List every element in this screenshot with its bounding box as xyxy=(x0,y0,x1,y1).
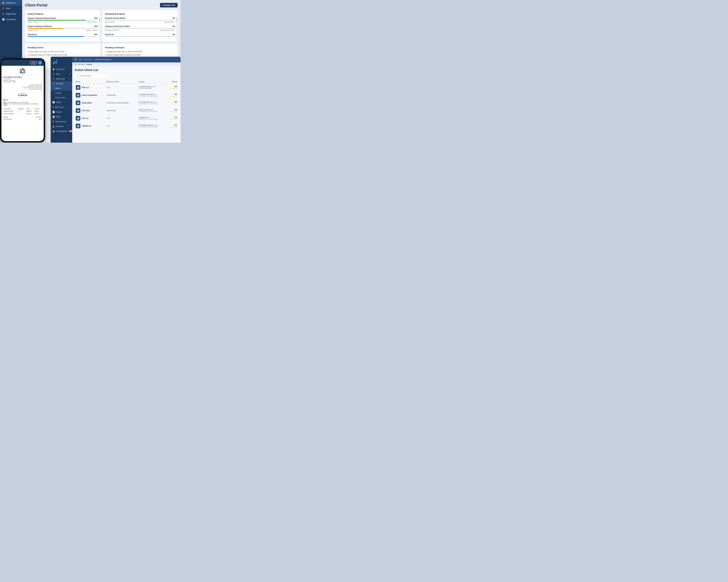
breadcrumb-home-icon: 🏠 xyxy=(75,63,77,65)
search-input[interactable] xyxy=(80,75,104,77)
overlay-sidebar-bulkemail[interactable]: ✉ Bulk Email ▾ xyxy=(51,105,72,110)
overlay-sidebar: 🏠 Dashboard 💼 Work ▾ 👤 Bright Desk ▾ 👥 M… xyxy=(51,57,72,143)
contact-email: alfa@mailinator.com xyxy=(139,109,164,111)
desktop-sidebar: 🏠 Dashboard 💼 Work ▾ 👤 Bright Desk ▾ 📄 D… xyxy=(0,0,22,61)
col-description: Description xyxy=(3,108,18,110)
table-row[interactable]: 🏢 Roy LLC LLC pinaki@mudrantar.com +1-71… xyxy=(75,84,178,91)
overlay-sidebar-hrms[interactable]: 📊 HRMS xyxy=(51,100,72,105)
svg-rect-8 xyxy=(53,62,54,63)
rating-value: 5.0 xyxy=(175,124,177,126)
business-entity: LLC xyxy=(106,122,137,130)
business-entity: LLC xyxy=(106,114,137,122)
knowledgebot-icon: 🤖 xyxy=(52,130,55,132)
overlay-sidebar-dashboard[interactable]: 🏠 Dashboard xyxy=(51,67,72,72)
sidebar-item-work[interactable]: 💼 Work ▾ xyxy=(0,5,22,11)
breadcrumb-myclient[interactable]: My Client xyxy=(78,63,85,65)
phone-content: John DOE® Corporation, 17 W 18th St,New … xyxy=(1,66,44,141)
overlay-panel: 🏠 Dashboard 💼 Work ▾ 👤 Bright Desk ▾ 👥 M… xyxy=(51,57,181,143)
overlay-sidebar-reports[interactable]: 📈 Reports xyxy=(51,110,72,114)
table-row[interactable]: 🏢 ABCDE Inc LLC abcdefgh@mailinator.com … xyxy=(75,122,178,130)
svg-point-6 xyxy=(22,70,23,72)
sidebar-item-dashboard[interactable]: 🏠 Dashboard xyxy=(0,0,22,5)
overlay-sidebar-administration[interactable]: ⚙ Administration xyxy=(51,119,72,124)
project-pct: 83% xyxy=(94,17,98,19)
rating-stars: ★★★★★ xyxy=(170,111,177,113)
contact-email: pinaki@mudrantar.com xyxy=(139,86,164,87)
project-pct: 0% xyxy=(173,33,175,35)
client-avatar: 🏢 xyxy=(76,85,80,90)
client-name: Roy LLC xyxy=(82,86,89,88)
project-pct: 80% xyxy=(94,33,98,35)
pending-form-item: 1. Client Intake Form- Apr 12, 2024 15:1… xyxy=(28,51,98,53)
home-icon: 🏠 xyxy=(2,1,5,4)
phone-mockup: Pay ⬇ John DOE® Corporation, 17 xyxy=(0,58,45,143)
pending-contract-item: 1. Engagement Letter- Apr 12, 2024 15:14… xyxy=(105,51,175,53)
rating-stars: ★★★★★ xyxy=(170,118,177,120)
sidebar-item-documents[interactable]: 📄 Documents xyxy=(0,17,22,22)
project-item: Payroll tax: 80% xyxy=(28,33,98,37)
overlay-logo xyxy=(51,57,72,67)
home-icon: 🏠 xyxy=(52,68,55,70)
overlay-main: ☰ 5.0 ★★★★★ 168 Client Review(s) 🏠 › My … xyxy=(72,57,181,143)
amount-due-value: $1,000.00 xyxy=(4,94,41,96)
invoice-table: Description Quantity Price Amount Prepar… xyxy=(3,108,42,115)
rating-value: 5.0 xyxy=(175,86,177,88)
table-row[interactable]: 🏢 Lotus Corporation Partnership Lotus@pa… xyxy=(75,91,178,99)
project-end-date: November 26, 2023 ⓘ xyxy=(160,29,175,31)
breadcrumb-clients: Clients xyxy=(87,63,92,65)
page-title: Client Portal xyxy=(25,3,47,7)
main-header: Client Portal Schedule Call xyxy=(25,3,178,7)
client-avatar: 🏢 xyxy=(76,116,80,121)
project-name: Payroll tax: xyxy=(105,33,114,35)
rating-stars: ★★★★★ xyxy=(170,95,177,97)
project-name: Employee Performance Matrix xyxy=(105,25,130,27)
pay-button[interactable]: Pay xyxy=(30,61,37,64)
search-bar[interactable]: 🔍 xyxy=(75,74,107,78)
pending-contracts-title: Pending Contracts xyxy=(105,46,175,49)
overlay-sidebar-contacts[interactable]: Contacts xyxy=(51,91,72,95)
business-entity: Partnership xyxy=(106,107,137,114)
review-count: 168 Client Review(s) xyxy=(95,59,111,61)
table-row: Preparing Plead 1 $500.00 $500.00 xyxy=(3,110,42,112)
project-start-date: July 25, 2023 ⓘ xyxy=(28,29,38,31)
hrms-icon: 📊 xyxy=(52,101,55,104)
overlay-sidebar-clientgroups[interactable]: Client Groups xyxy=(51,95,72,100)
project-item: Quarterly Review Report 0% May 12, 2024 … xyxy=(105,17,175,23)
pending-form-item: 2. Employee Detail Form- Mar 12, 2024 15… xyxy=(28,54,98,56)
client-name: ABCDE Inc xyxy=(82,125,91,127)
sidebar-item-brightdesk[interactable]: 👤 Bright Desk ▾ xyxy=(0,11,22,17)
project-item: Prepare Employee Handbook 50% July 25, 2… xyxy=(28,25,98,31)
project-name: Prepare Employee Handbook xyxy=(28,25,52,27)
rating-stars: ★★★★★ xyxy=(170,126,177,128)
schedule-call-button[interactable]: Schedule Call xyxy=(160,3,178,7)
table-row[interactable]: 🏢 Alfa Corp Partnership alfa@mailinator.… xyxy=(75,107,178,114)
overlay-sidebar-clients[interactable]: Clients xyxy=(51,86,72,91)
chevron-down-icon: ▾ xyxy=(19,13,20,15)
project-item: Employee Performance Matrix 0% November … xyxy=(105,25,175,31)
business-entity: Partnership xyxy=(106,91,137,99)
amount-due-box: Amount Due: $1,000.00 xyxy=(3,91,42,98)
overlay-sidebar-knowledgebot[interactable]: 🤖 KnowledgeBot Beta xyxy=(51,129,72,134)
rating-value: 5.0 xyxy=(175,109,177,111)
reports-icon: 📈 xyxy=(52,111,55,113)
overlay-sidebar-extraction[interactable]: 📥 Extraction xyxy=(51,124,72,129)
table-row[interactable]: 🏢 Aysha Binni No Business Entity Availab… xyxy=(75,99,178,107)
hamburger-icon[interactable]: ☰ xyxy=(75,58,77,61)
project-name: Prepare Financial Analysis Report xyxy=(28,17,56,19)
overlay-sidebar-myclient[interactable]: 👥 My Client ▴ xyxy=(51,81,72,86)
download-button[interactable]: ⬇ xyxy=(38,61,42,64)
overlay-sidebar-work[interactable]: 💼 Work ▾ xyxy=(51,72,72,76)
client-avatar: 🏢 xyxy=(76,108,80,113)
project-end-date: July 15, 2023 ⓘ xyxy=(87,21,98,23)
overlay-sidebar-brightdesk[interactable]: 👤 Bright Desk ▾ xyxy=(51,76,72,81)
client-name: Joe LLC xyxy=(82,117,89,119)
col-quantity: Quantity xyxy=(18,108,26,110)
table-row[interactable]: 🏢 Joe LLC LLC joe@gmail.com No Mobile or… xyxy=(75,114,178,122)
extraction-icon: 📥 xyxy=(52,125,55,128)
col-price: Price xyxy=(26,108,34,110)
overlay-sidebar-billing[interactable]: 🧾 Billing xyxy=(51,114,72,119)
rating-stars: ★★★★★ xyxy=(84,59,93,61)
client-name: Lotus Corporation xyxy=(82,94,97,96)
client-name: Aysha Binni xyxy=(82,102,92,104)
billing-icon: 🧾 xyxy=(52,116,55,118)
